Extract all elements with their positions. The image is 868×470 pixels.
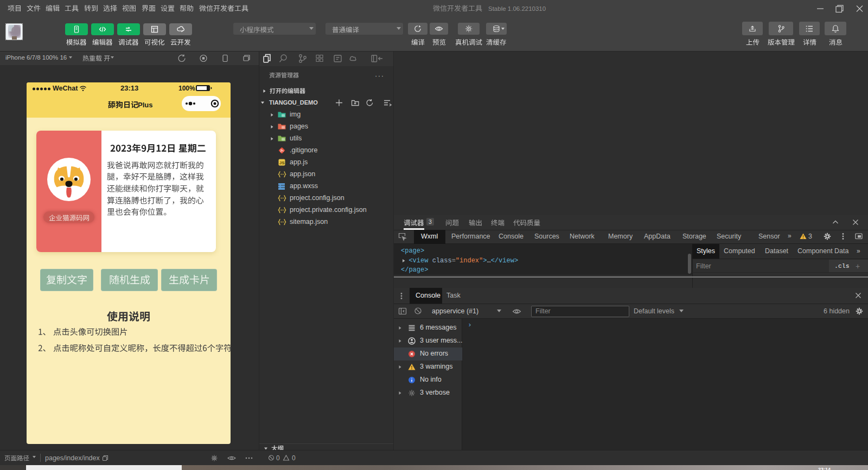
- svg-text:JS: JS: [279, 160, 285, 165]
